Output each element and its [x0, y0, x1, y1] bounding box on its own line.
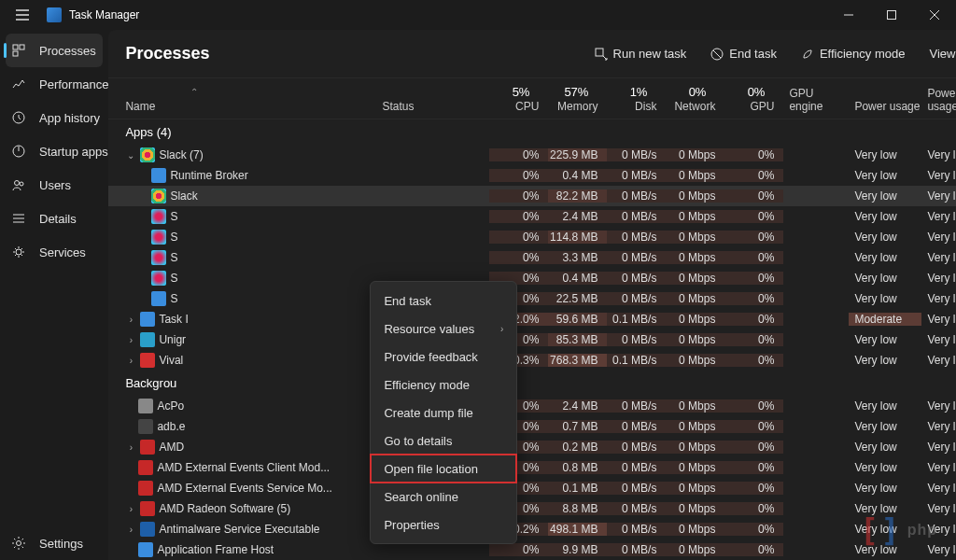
chevron-right-icon[interactable]: › — [125, 356, 136, 366]
process-icon — [151, 209, 166, 224]
context-menu: End task Resource values› Provide feedba… — [370, 281, 517, 544]
chevron-right-icon[interactable]: › — [125, 315, 136, 325]
svg-point-7 — [20, 182, 23, 186]
sidebar-item-processes[interactable]: Processes — [6, 34, 103, 67]
sidebar-item-users[interactable]: Users — [0, 168, 108, 202]
sidebar-item-label: Details — [39, 212, 77, 226]
app-title: Task Manager — [69, 8, 139, 21]
sidebar-item-label: App history — [39, 111, 100, 125]
sidebar-item-label: Performance — [39, 77, 108, 91]
ctx-search-online[interactable]: Search online — [371, 483, 516, 511]
leaf-icon — [801, 48, 814, 61]
users-icon — [11, 177, 26, 192]
view-button[interactable]: View▾ — [920, 39, 956, 69]
process-icon — [151, 230, 166, 245]
process-icon — [140, 440, 155, 455]
ctx-create-dump[interactable]: Create dump file — [371, 399, 516, 427]
table-row[interactable]: S0%3.3 MB0 MB/s0 Mbps0%Very lowVery low — [108, 247, 956, 268]
hamburger-menu[interactable] — [7, 0, 37, 30]
sidebar-item-performance[interactable]: Performance — [0, 67, 108, 101]
sidebar-item-label: Startup apps — [39, 145, 108, 159]
run-new-task-button[interactable]: Run new task — [585, 39, 696, 69]
table-row[interactable]: AcPo0%2.4 MB0 MB/s0 Mbps0%Very lowVery l… — [108, 396, 956, 416]
sidebar-item-settings[interactable]: Settings — [0, 526, 108, 560]
process-icon — [151, 291, 166, 306]
table-row[interactable]: ⌄Slack (7)0%225.9 MB0 MB/s0 Mbps0%Very l… — [108, 145, 956, 165]
table-row[interactable]: S0%2.4 MB0 MB/s0 Mbps0%Very lowVery low — [108, 206, 956, 227]
column-disk[interactable]: 1%Disk — [607, 85, 666, 113]
column-power-trend[interactable]: Power usage t — [921, 87, 956, 113]
process-icon — [138, 419, 153, 434]
column-status[interactable]: Status — [382, 100, 489, 113]
chevron-right-icon: › — [500, 324, 503, 334]
table-body: Apps (4) ⌄Slack (7)0%225.9 MB0 MB/s0 Mbp… — [108, 119, 956, 560]
toolbar: Processes Run new task End task Efficien… — [108, 30, 956, 78]
table-row[interactable]: ›Vival0.3%768.3 MB0.1 MB/s0 Mbps0%Very l… — [108, 350, 956, 371]
svg-point-8 — [16, 249, 21, 255]
table-row[interactable]: AMD External Events Service Mo...0%0.1 M… — [108, 478, 956, 498]
table-row[interactable]: ›AMD Radeon Software (5)0%8.8 MB0 MB/s0 … — [108, 498, 956, 519]
process-icon — [140, 522, 155, 537]
table-row[interactable]: S0%0.4 MB0 MB/s0 Mbps0%Very lowVery low — [108, 268, 956, 288]
table-row-selected[interactable]: Slack0%82.2 MB0 MB/s0 Mbps0%Very lowVery… — [108, 186, 956, 206]
svg-rect-2 — [20, 45, 24, 49]
svg-rect-3 — [13, 51, 18, 56]
chevron-right-icon[interactable]: › — [125, 525, 136, 535]
ctx-go-to-details[interactable]: Go to details — [371, 427, 516, 455]
table-row[interactable]: ›AMD0%0.2 MB0 MB/s0 Mbps0%Very lowVery l… — [108, 437, 956, 457]
ctx-resource-values[interactable]: Resource values› — [371, 315, 516, 343]
ctx-provide-feedback[interactable]: Provide feedback — [371, 343, 516, 371]
ctx-open-file-location[interactable]: Open file location — [371, 455, 516, 483]
column-network[interactable]: 0%Network — [666, 85, 724, 113]
startup-icon — [11, 144, 26, 159]
table-row[interactable]: Application Frame Host0%9.9 MB0 MB/s0 Mb… — [108, 539, 956, 560]
process-icon — [151, 168, 166, 183]
sidebar-item-services[interactable]: Services — [0, 235, 108, 269]
table-row[interactable]: adb.e0%0.7 MB0 MB/s0 Mbps0%Very lowVery … — [108, 416, 956, 437]
sidebar-item-app-history[interactable]: App history — [0, 101, 108, 134]
process-icon — [151, 271, 166, 286]
group-apps: Apps (4) — [108, 119, 956, 145]
column-gpu[interactable]: 0%GPU — [724, 85, 783, 113]
table-row[interactable]: AMD External Events Client Mod...0%0.8 M… — [108, 457, 956, 478]
ctx-properties[interactable]: Properties — [371, 511, 516, 539]
process-icon — [151, 250, 166, 265]
page-title: Processes — [125, 44, 209, 63]
efficiency-mode-button[interactable]: Efficiency mode — [792, 39, 915, 69]
minimize-icon — [844, 10, 853, 20]
services-icon — [11, 245, 26, 259]
app-icon — [47, 7, 62, 22]
sidebar-item-startup-apps[interactable]: Startup apps — [0, 134, 108, 168]
window-controls — [827, 0, 956, 30]
slack-icon — [140, 147, 155, 162]
column-cpu[interactable]: 5%CPU — [489, 85, 548, 113]
column-gpu-engine[interactable]: GPU engine — [783, 87, 849, 113]
table-row[interactable]: S0%22.5 MB0 MB/s0 Mbps0%Very lowVery low — [108, 288, 956, 309]
table-row[interactable]: Runtime Broker0%0.4 MB0 MB/s0 Mbps0%Very… — [108, 165, 956, 186]
chevron-right-icon[interactable]: › — [125, 504, 136, 514]
chevron-right-icon[interactable]: › — [125, 335, 136, 345]
column-memory[interactable]: 57%Memory — [548, 85, 607, 113]
svg-rect-0 — [888, 11, 896, 20]
gear-icon — [11, 536, 26, 551]
ctx-efficiency-mode[interactable]: Efficiency mode — [371, 371, 516, 399]
column-power-usage[interactable]: Power usage — [849, 100, 921, 113]
details-icon — [11, 211, 26, 226]
minimize-button[interactable] — [827, 0, 870, 30]
sidebar-item-label: Users — [39, 178, 71, 192]
close-button[interactable] — [913, 0, 956, 30]
ctx-end-task[interactable]: End task — [371, 287, 516, 315]
column-name[interactable]: ⌃Name — [125, 100, 382, 113]
chevron-right-icon[interactable]: › — [125, 442, 136, 453]
maximize-button[interactable] — [870, 0, 913, 30]
content-area: Processes Run new task End task Efficien… — [108, 30, 956, 560]
chevron-down-icon[interactable]: ⌄ — [125, 150, 136, 161]
sidebar-item-label: Settings — [39, 537, 83, 551]
table-row[interactable]: ›Unigr0%85.3 MB0 MB/s0 Mbps0%Very lowVer… — [108, 329, 956, 350]
end-task-button[interactable]: End task — [701, 39, 786, 69]
table-row[interactable]: ›Task I2.0%59.6 MB0.1 MB/s0 Mbps0%Modera… — [108, 309, 956, 329]
sidebar: Processes Performance App history Startu… — [0, 30, 108, 560]
sidebar-item-details[interactable]: Details — [0, 202, 108, 235]
table-row[interactable]: S0%114.8 MB0 MB/s0 Mbps0%Very lowVery lo… — [108, 227, 956, 247]
table-row[interactable]: ›Antimalware Service Executable0.2%498.1… — [108, 519, 956, 539]
